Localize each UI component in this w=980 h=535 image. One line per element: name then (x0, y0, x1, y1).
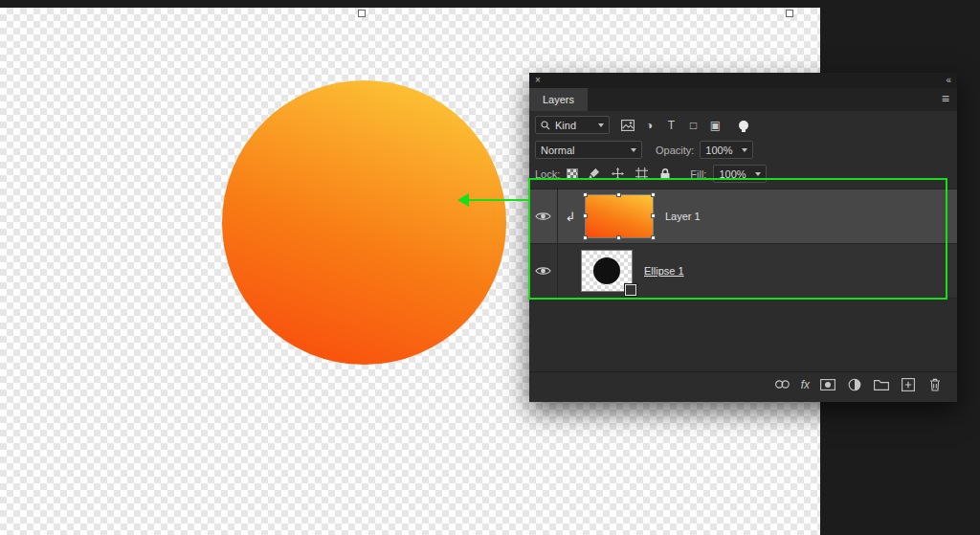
photoshop-workspace: × « Layers ≡ Kind (0, 0, 980, 535)
panel-menu-icon[interactable]: ≡ (942, 91, 949, 106)
annotation-highlight-rect (528, 178, 947, 300)
add-layer-style-button[interactable]: fx (801, 377, 810, 392)
tab-layers-label: Layers (543, 94, 574, 105)
filter-adjustment-layers-button[interactable]: ◑ (639, 116, 659, 134)
folder-icon (874, 379, 889, 390)
new-group-button[interactable] (873, 377, 890, 392)
plus-square-icon (902, 378, 915, 391)
image-icon (621, 120, 635, 131)
annotation-arrow-head-icon (457, 193, 469, 207)
trash-icon (929, 378, 941, 391)
chevron-down-icon (598, 123, 604, 127)
panel-titlebar: × « (529, 73, 957, 88)
collapse-panel-icon[interactable]: « (946, 76, 951, 85)
layer-filter-row: Kind ◑ T □ ▣ (529, 111, 957, 138)
tab-layers[interactable]: Layers (529, 88, 588, 111)
add-layer-button[interactable] (900, 377, 917, 392)
chevron-down-icon (631, 148, 636, 152)
opacity-dropdown[interactable]: 100% (700, 141, 753, 159)
filter-smart-objects-button[interactable]: ▣ (705, 116, 725, 134)
gradient-circle-artwork[interactable] (222, 80, 506, 365)
new-adjustment-layer-button[interactable] (846, 377, 863, 392)
filter-shape-layers-button[interactable]: □ (683, 116, 703, 134)
close-icon[interactable]: × (535, 76, 541, 85)
annotation-arrow-line (469, 199, 529, 201)
blend-mode-dropdown[interactable]: Normal (535, 141, 642, 159)
blend-row: Normal Opacity: 100% (529, 138, 957, 162)
search-icon (541, 121, 550, 130)
panel-tabstrip: Layers ≡ (529, 88, 957, 111)
link-icon (774, 379, 791, 390)
link-layers-button[interactable] (774, 377, 791, 392)
filter-kind-value: Kind (555, 120, 576, 131)
delete-layer-button[interactable] (926, 377, 944, 392)
adjustment-circle-icon (848, 378, 861, 391)
opacity-value: 100% (705, 145, 732, 156)
filter-kind-dropdown[interactable]: Kind (535, 116, 610, 134)
chevron-down-icon (742, 148, 747, 152)
opacity-label: Opacity: (656, 145, 694, 156)
layers-panel-footer: fx (529, 371, 957, 396)
chevron-down-icon (755, 172, 761, 176)
transform-handle-right[interactable] (786, 10, 793, 17)
blend-mode-value: Normal (541, 145, 574, 156)
transform-handle-left[interactable] (358, 10, 366, 17)
mask-icon (820, 379, 835, 390)
filter-type-layers-button[interactable]: T (661, 116, 681, 134)
filter-pixel-layers-button[interactable] (617, 116, 637, 134)
layer-filter-toggle[interactable] (739, 121, 748, 130)
add-mask-button[interactable] (819, 377, 836, 392)
